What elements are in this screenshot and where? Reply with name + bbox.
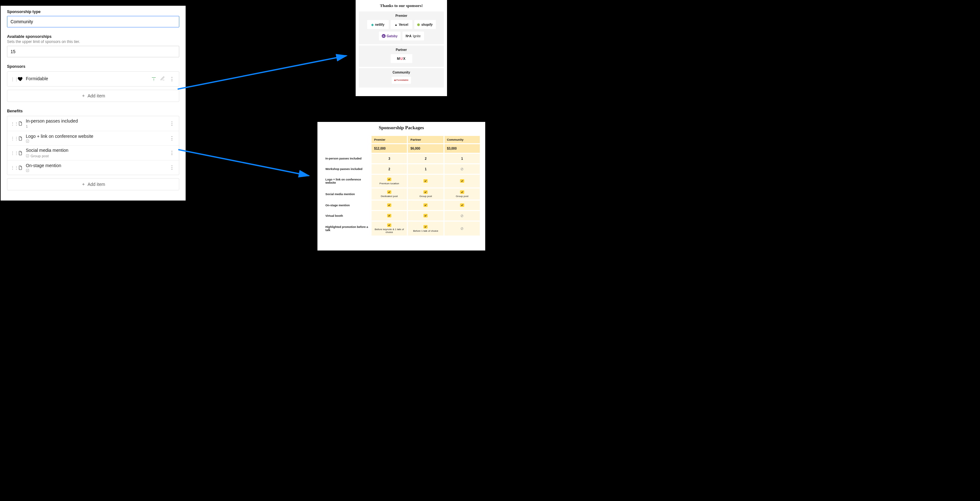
not-available-icon: ⊘ — [460, 226, 464, 231]
row-menu-icon[interactable]: ⋮ — [169, 135, 175, 142]
benefit-row[interactable]: ⋮⋮In-person passes included1⋮ — [7, 116, 179, 131]
pkg-cell-sub: Dedicated post — [374, 195, 405, 198]
pkg-row-label: Workshop passes included — [323, 164, 371, 174]
benefit-title: In-person passes included — [26, 118, 169, 124]
sponsor-name: Formidable — [26, 76, 152, 82]
sponsor-logo: ⬢shopify — [414, 20, 436, 29]
pkg-row: On-stage mention — [323, 200, 480, 210]
row-menu-icon[interactable]: ⋮ — [169, 121, 175, 127]
arrow-to-sponsors — [175, 48, 356, 99]
pkg-cell-sub: Group post — [410, 195, 441, 198]
svg-line-4 — [178, 150, 309, 176]
sponsor-logo: ◆netlify — [367, 20, 389, 29]
heart-icon — [17, 76, 24, 82]
check-icon — [387, 204, 391, 207]
check-icon — [423, 214, 428, 217]
benefit-row[interactable]: ⋮⋮Logo + link on conference website⋮ — [7, 131, 179, 145]
document-icon — [17, 165, 24, 171]
pkg-row: Virtual booth⊘ — [323, 211, 480, 221]
pkg-cell-sub: Before 1 talk of choice — [410, 229, 441, 232]
tier-box: Premier◆netlify▲Vercel⬢shopifyGGatsbyNᵒA… — [359, 11, 444, 44]
pkg-price: $12,000 — [372, 144, 407, 153]
pkg-row: Workshop passes included21⊘ — [323, 164, 480, 174]
pkg-cell-value: 2 — [425, 157, 426, 161]
sponsors-list: ⋮⋮ Formidable ↑ ⋮ — [7, 71, 179, 87]
check-icon — [387, 223, 391, 227]
row-menu-icon[interactable]: ⋮ — [169, 150, 175, 156]
row-menu-icon[interactable]: ⋮ — [169, 76, 175, 82]
benefit-row[interactable]: ⋮⋮Social media mention Group post⋮ — [7, 145, 179, 160]
benefit-row[interactable]: ⋮⋮On-stage mention⋮ — [7, 160, 179, 175]
svg-line-3 — [178, 56, 347, 89]
sponsor-logo: NᵒAIgnite — [402, 32, 424, 40]
plus-icon: ＋ — [81, 93, 86, 99]
drag-handle-icon[interactable]: ⋮⋮ — [11, 151, 16, 155]
sponsor-logo: GGatsby — [379, 32, 401, 40]
benefit-meta: 1 — [26, 124, 28, 129]
check-icon — [387, 214, 391, 217]
pkg-cell-value: 2 — [388, 167, 390, 171]
row-menu-icon[interactable]: ⋮ — [169, 165, 175, 170]
sponsor-row[interactable]: ⋮⋮ Formidable ↑ ⋮ — [7, 72, 179, 86]
add-sponsor-label: Add item — [88, 93, 105, 99]
sponsors-preview-panel: Thanks to our sponsors! Premier◆netlify▲… — [356, 0, 447, 96]
benefits-list: ⋮⋮In-person passes included1⋮⋮⋮Logo + li… — [7, 116, 179, 175]
pkg-cell-sub: Premium location — [374, 182, 405, 185]
sponsors-preview-title: Thanks to our sponsors! — [359, 3, 444, 8]
tier-box: Community◆ Formidable — [359, 68, 444, 87]
pkg-row: Social media mentionDedicated postGroup … — [323, 188, 480, 200]
pkg-price: $6,000 — [408, 144, 443, 153]
check-icon — [387, 190, 391, 194]
pkg-cell-value: 1 — [461, 157, 463, 161]
pkg-row-label: On-stage mention — [323, 200, 371, 210]
pkg-cell-value: 1 — [425, 167, 426, 171]
packages-title: Sponsorship Packages — [322, 125, 481, 130]
benefit-title: On-stage mention — [26, 163, 169, 169]
packages-table: PremierPartnerCommunity$12,000$6,000$3,0… — [322, 135, 481, 237]
add-benefit-button[interactable]: ＋ Add item — [7, 178, 179, 190]
add-benefit-label: Add item — [88, 182, 105, 187]
drag-handle-icon[interactable]: ⋮⋮ — [11, 77, 16, 81]
edit-icon[interactable] — [160, 76, 165, 82]
plus-icon: ＋ — [81, 181, 86, 187]
tier-name: Community — [393, 71, 410, 74]
tier-name: Partner — [396, 48, 407, 52]
pkg-cell-value: 3 — [388, 157, 390, 161]
check-icon — [423, 204, 428, 207]
document-icon — [17, 120, 24, 127]
check-icon — [460, 190, 464, 194]
benefit-title: Social media mention — [26, 148, 169, 153]
arrow-to-packages — [175, 146, 318, 184]
available-sponsorships-hint: Sets the upper limit of sponsors on this… — [7, 40, 179, 44]
sponsor-logo: ◆ Formidable — [391, 77, 411, 84]
drag-handle-icon[interactable]: ⋮⋮ — [11, 165, 16, 170]
sponsorship-form-panel: Sponsorship type Available sponsorships … — [1, 6, 186, 200]
pkg-row-label: Highlighted promotion before a talk — [323, 221, 371, 235]
check-icon — [423, 179, 428, 183]
check-icon — [423, 225, 428, 229]
pkg-row-label: Virtual booth — [323, 211, 371, 221]
sponsors-label: Sponsors — [7, 64, 179, 69]
benefit-title: Logo + link on conference website — [26, 134, 169, 139]
sponsorship-type-input[interactable] — [7, 16, 179, 27]
add-sponsor-button[interactable]: ＋ Add item — [7, 90, 179, 102]
document-icon — [17, 150, 24, 156]
drag-handle-icon[interactable]: ⋮⋮ — [11, 136, 16, 141]
sponsor-logo: ▲Vercel — [391, 20, 412, 29]
pkg-cell-sub: Group post — [446, 195, 478, 198]
check-icon — [460, 204, 464, 207]
not-available-icon: ⊘ — [460, 167, 464, 171]
check-icon — [387, 178, 391, 181]
available-sponsorships-label: Available sponsorships — [7, 34, 179, 39]
available-sponsorships-input[interactable] — [7, 46, 179, 57]
check-icon — [460, 179, 464, 183]
tier-name: Premier — [395, 14, 407, 17]
pkg-row-label: Logo + link on conference website — [323, 175, 371, 188]
benefit-meta: Group post — [30, 154, 49, 158]
drag-handle-icon[interactable]: ⋮⋮ — [11, 121, 16, 126]
not-available-icon: ⊘ — [460, 213, 464, 218]
benefits-label: Benefits — [7, 109, 179, 113]
pkg-row-label: In-person passes included — [323, 154, 371, 163]
publish-icon[interactable]: ↑ — [152, 77, 156, 81]
pkg-col-header: Community — [444, 136, 480, 143]
